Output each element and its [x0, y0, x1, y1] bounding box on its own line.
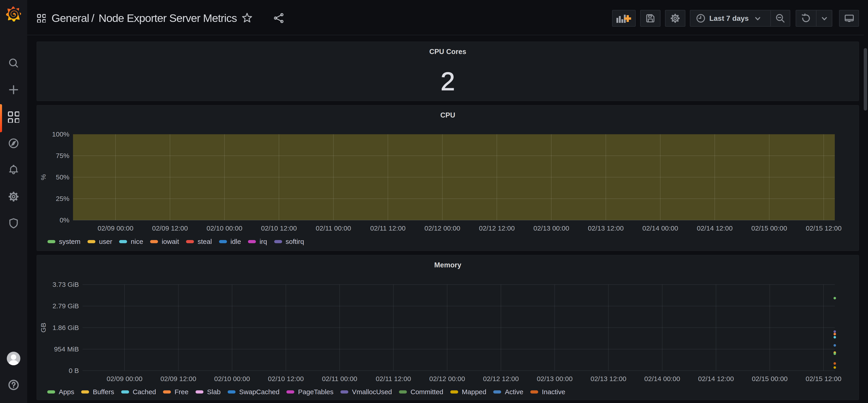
svg-text:02/09 00:00: 02/09 00:00: [107, 375, 143, 382]
svg-text:02/11 00:00: 02/11 00:00: [316, 224, 351, 232]
svg-text:0%: 0%: [60, 216, 69, 224]
svg-text:GB: GB: [39, 323, 47, 333]
svg-text:954 MiB: 954 MiB: [54, 345, 79, 353]
svg-text:02/09 12:00: 02/09 12:00: [152, 224, 188, 232]
svg-text:02/13 00:00: 02/13 00:00: [533, 224, 569, 232]
svg-text:02/13 12:00: 02/13 12:00: [588, 224, 624, 232]
svg-text:02/09 00:00: 02/09 00:00: [98, 224, 133, 232]
svg-text:02/10 12:00: 02/10 12:00: [268, 375, 304, 382]
svg-text:25%: 25%: [56, 195, 69, 202]
svg-text:02/14 00:00: 02/14 00:00: [644, 375, 680, 382]
svg-text:02/10 00:00: 02/10 00:00: [207, 224, 242, 232]
svg-text:100%: 100%: [52, 130, 69, 138]
svg-text:02/12 00:00: 02/12 00:00: [429, 375, 465, 382]
svg-text:02/12 00:00: 02/12 00:00: [425, 224, 460, 232]
svg-text:02/13 00:00: 02/13 00:00: [537, 375, 572, 382]
svg-text:%: %: [39, 174, 47, 180]
svg-text:02/14 12:00: 02/14 12:00: [697, 224, 733, 232]
svg-text:02/11 12:00: 02/11 12:00: [376, 375, 411, 382]
svg-text:02/15 00:00: 02/15 00:00: [752, 375, 787, 382]
svg-text:02/11 12:00: 02/11 12:00: [370, 224, 405, 232]
svg-text:02/11 00:00: 02/11 00:00: [322, 375, 357, 382]
svg-text:02/12 12:00: 02/12 12:00: [479, 224, 515, 232]
svg-text:02/12 12:00: 02/12 12:00: [483, 375, 519, 382]
svg-text:02/09 12:00: 02/09 12:00: [160, 375, 196, 382]
svg-text:75%: 75%: [56, 152, 69, 159]
svg-text:02/10 12:00: 02/10 12:00: [261, 224, 297, 232]
svg-text:02/14 00:00: 02/14 00:00: [643, 224, 678, 232]
svg-text:0 B: 0 B: [69, 367, 79, 374]
svg-text:3.73 GiB: 3.73 GiB: [53, 281, 79, 288]
svg-text:02/10 00:00: 02/10 00:00: [214, 375, 250, 382]
svg-text:02/13 12:00: 02/13 12:00: [590, 375, 626, 382]
svg-text:02/15 12:00: 02/15 12:00: [806, 375, 841, 382]
svg-text:02/15 12:00: 02/15 12:00: [806, 224, 842, 232]
svg-text:50%: 50%: [56, 173, 69, 181]
svg-text:2.79 GiB: 2.79 GiB: [53, 302, 79, 310]
svg-text:02/15 00:00: 02/15 00:00: [751, 224, 787, 232]
svg-text:02/14 12:00: 02/14 12:00: [698, 375, 734, 382]
svg-text:1.86 GiB: 1.86 GiB: [53, 324, 79, 331]
